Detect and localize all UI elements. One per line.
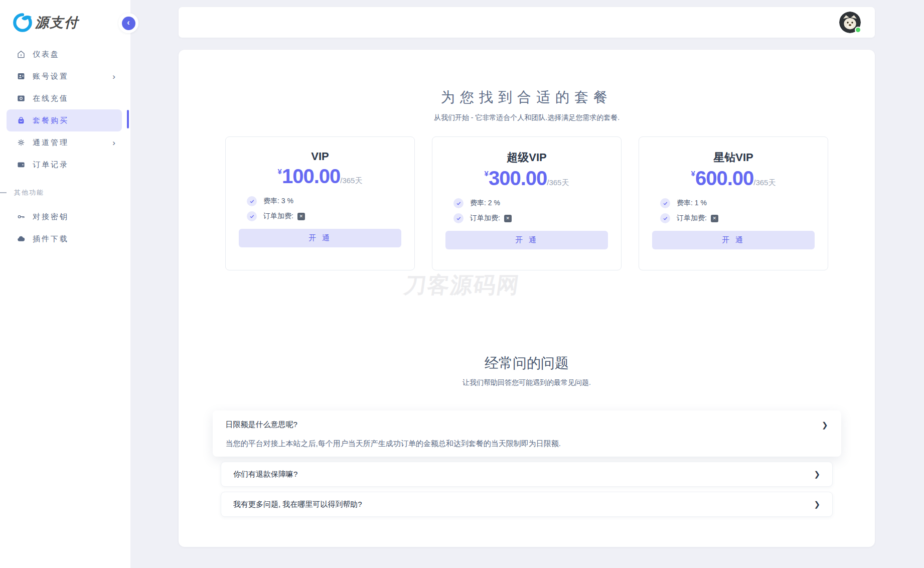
faq-item-daily-limit[interactable]: 日限额是什么意思呢? ❯ 当您的平台对接上本站之后,每个用户当天所产生成功订单的… — [213, 410, 841, 457]
feature-rate: 费率: 3 % — [247, 196, 414, 207]
wallet-icon — [17, 160, 26, 169]
chevron-right-icon: ❯ — [814, 470, 820, 479]
section-label: 其他功能 — [0, 188, 44, 197]
faq-subtitle: 让我们帮助回答您可能遇到的最常见问题. — [179, 378, 875, 387]
faq-title: 经常问的问题 — [179, 354, 875, 373]
sidebar-item-plugin-download[interactable]: 插件下载 — [7, 228, 122, 250]
sidebar-item-label: 通道管理 — [33, 138, 69, 148]
active-item-indicator — [127, 110, 129, 128]
activate-button[interactable]: 开 通 — [445, 231, 608, 249]
pricing-subtitle: 从我们开始 - 它非常适合个人和团队.选择满足您需求的套餐. — [179, 113, 875, 122]
check-icon — [660, 198, 670, 208]
plan-card-super-vip: 超级VIP ¥300.00/365天 费率: 2 % 订单加费: ✕ 开 通 — [432, 136, 622, 270]
faq-item-refund[interactable]: 你们有退款保障嘛? ❯ — [221, 462, 833, 487]
feature-text: 费率: 1 % — [677, 199, 707, 208]
sidebar-item-channel-management[interactable]: 通道管理 › — [7, 131, 122, 154]
feature-rate: 费率: 1 % — [660, 198, 828, 209]
currency-symbol: ¥ — [278, 167, 282, 176]
sidebar-item-account-settings[interactable]: 账号设置 › — [7, 65, 122, 87]
plan-features: 费率: 3 % 订单加费: ✕ — [226, 196, 414, 222]
feature-text: 订单加费: — [677, 214, 707, 223]
user-avatar[interactable] — [839, 12, 861, 33]
activate-button[interactable]: 开 通 — [652, 231, 815, 249]
check-icon — [660, 213, 670, 223]
price-period: /365天 — [547, 178, 569, 187]
currency-symbol: ¥ — [691, 169, 695, 178]
price-period: /365天 — [753, 178, 776, 187]
x-square-icon: ✕ — [297, 213, 305, 220]
check-icon — [453, 213, 464, 223]
online-status-dot — [855, 27, 861, 33]
price-amount: 600.00 — [695, 167, 753, 189]
sidebar-item-api-keys[interactable]: 对接密钥 — [7, 206, 122, 228]
plan-name: 超级VIP — [432, 150, 621, 165]
sidebar-collapse-button[interactable]: ‹ — [118, 13, 138, 33]
cloud-icon — [17, 234, 26, 243]
chevron-right-icon: ❯ — [814, 500, 820, 509]
plan-name: VIP — [226, 150, 414, 163]
section-dash — [0, 192, 7, 193]
chevron-right-icon: › — [112, 72, 115, 81]
faq-question: 你们有退款保障嘛? — [233, 470, 297, 479]
check-icon — [247, 211, 257, 221]
price-amount: 300.00 — [489, 167, 547, 189]
plan-name: 星钻VIP — [639, 150, 828, 165]
plans-row: VIP ¥100.00/365天 费率: 3 % 订单加费: ✕ 开 通 超级V… — [179, 136, 875, 270]
currency-symbol: ¥ — [485, 169, 489, 178]
sidebar-item-label: 仪表盘 — [33, 50, 60, 59]
feature-text: 订单加费: — [263, 212, 293, 221]
x-square-icon: ✕ — [711, 215, 718, 222]
feature-text: 订单加费: — [470, 214, 500, 223]
x-square-icon: ✕ — [504, 215, 512, 222]
account-card-icon — [17, 72, 26, 81]
main-content-card: 为您找到合适的套餐 从我们开始 - 它非常适合个人和团队.选择满足您需求的套餐.… — [179, 50, 875, 547]
feature-text: 费率: 2 % — [470, 199, 500, 208]
sidebar-item-package-purchase[interactable]: 套餐购买 — [7, 109, 122, 131]
plan-price: ¥100.00/365天 — [226, 165, 414, 188]
faq-question: 我有更多问题, 我在哪里可以得到帮助? — [233, 500, 362, 509]
feature-text: 费率: 3 % — [263, 197, 293, 206]
chevron-left-icon: ‹ — [122, 17, 135, 30]
sidebar-item-label: 对接密钥 — [33, 212, 69, 222]
sidebar-item-order-records[interactable]: 订单记录 — [7, 154, 122, 176]
brand-swoosh-icon — [12, 12, 33, 33]
recharge-card-icon — [17, 94, 26, 103]
topbar — [179, 7, 875, 38]
plan-features: 费率: 1 % 订单加费: ✕ — [639, 198, 828, 224]
price-period: /365天 — [340, 176, 362, 185]
brand-name: 源支付 — [35, 14, 79, 32]
sidebar-item-label: 套餐购买 — [33, 116, 69, 125]
gear-icon — [17, 138, 26, 147]
check-icon — [453, 198, 464, 208]
sidebar: 源支付 仪表盘 账号设置 › — [0, 0, 130, 568]
sidebar-item-label: 在线充值 — [33, 94, 69, 103]
sidebar-section-other: 其他功能 — [0, 188, 130, 198]
sidebar-nav: 仪表盘 账号设置 › 在线充值 — [0, 43, 130, 176]
activate-button[interactable]: 开 通 — [239, 229, 401, 247]
check-icon — [247, 196, 257, 206]
brand-logo[interactable]: 源支付 — [0, 0, 130, 33]
plan-price: ¥600.00/365天 — [639, 167, 828, 190]
sidebar-item-label: 订单记录 — [33, 160, 69, 170]
chevron-right-icon: ❯ — [822, 420, 828, 430]
faq-question: 日限额是什么意思呢? — [226, 420, 297, 430]
feature-rate: 费率: 2 % — [453, 198, 621, 209]
sidebar-item-online-recharge[interactable]: 在线充值 — [7, 87, 122, 109]
sidebar-nav-extra: 对接密钥 插件下载 — [0, 206, 130, 250]
feature-surcharge: 订单加费: ✕ — [453, 213, 621, 224]
chevron-right-icon: › — [112, 138, 115, 147]
feature-surcharge: 订单加费: ✕ — [247, 211, 414, 222]
sidebar-item-label: 插件下载 — [33, 234, 69, 244]
faq-answer: 当您的平台对接上本站之后,每个用户当天所产生成功订单的金额总和达到套餐的当天限制… — [226, 439, 828, 449]
key-icon — [17, 212, 26, 221]
sidebar-item-dashboard[interactable]: 仪表盘 — [7, 43, 122, 65]
plan-features: 费率: 2 % 订单加费: ✕ — [432, 198, 621, 224]
faq-item-more-help[interactable]: 我有更多问题, 我在哪里可以得到帮助? ❯ — [221, 492, 833, 517]
home-icon — [17, 50, 26, 59]
faq-list: 日限额是什么意思呢? ❯ 当您的平台对接上本站之后,每个用户当天所产生成功订单的… — [213, 410, 841, 517]
sidebar-item-label: 账号设置 — [33, 72, 69, 81]
shopping-bag-icon — [17, 116, 26, 125]
plan-price: ¥300.00/365天 — [432, 167, 621, 190]
pricing-title: 为您找到合适的套餐 — [179, 50, 875, 107]
feature-surcharge: 订单加费: ✕ — [660, 213, 828, 224]
